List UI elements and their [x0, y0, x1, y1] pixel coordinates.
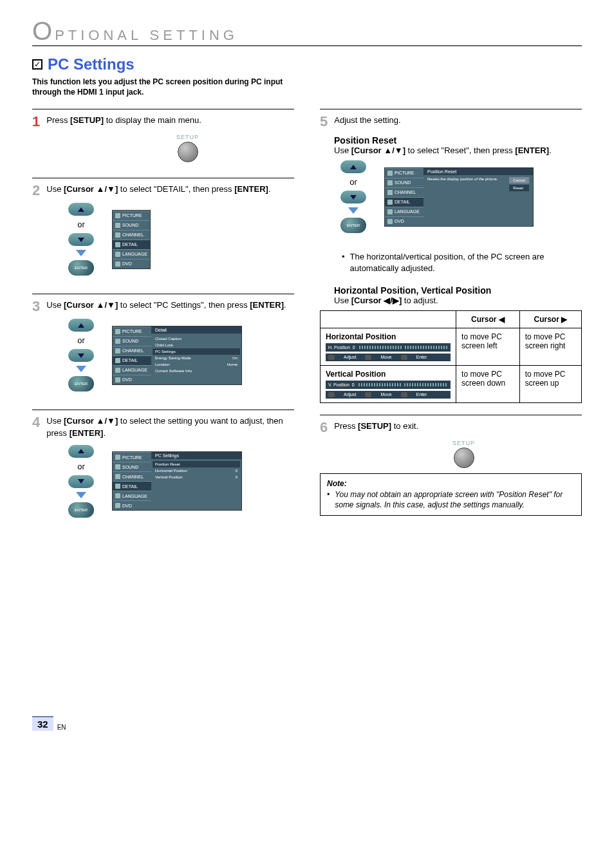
menu-item: PICTURE: [113, 326, 151, 336]
or-text: or: [77, 462, 85, 471]
menu-item-language: LANGUAGE: [113, 249, 150, 259]
panel-row: LocationHome: [155, 361, 237, 368]
hpos-val: 0: [353, 345, 355, 350]
step-3-key: [Cursor ▲/▼]: [64, 300, 118, 310]
step-4-key: [Cursor ▲/▼]: [64, 416, 118, 426]
menu-item: DVD: [113, 500, 151, 510]
step-2-pre: Use: [46, 184, 64, 194]
helper-adjust-icon: [328, 392, 335, 397]
cancel-button: Cancel: [509, 177, 529, 184]
menu-item-dvd: DVD: [113, 259, 150, 269]
enter-label: ENTER: [347, 223, 360, 227]
enter-label: ENTER: [75, 508, 88, 512]
step-3-key2: [ENTER]: [250, 300, 284, 310]
menu-item: SOUND: [113, 336, 151, 346]
setup-round-button-icon: [454, 448, 474, 468]
panel-row: Horizontal Position0: [155, 467, 237, 474]
or-text: or: [77, 335, 85, 345]
hvpos-heading: Horizontal Position, Vertical Position: [334, 285, 582, 296]
step-6-key: [SETUP]: [358, 421, 391, 431]
step-4-post: .: [103, 428, 106, 438]
note-box: Note: •You may not obtain an appropriate…: [320, 473, 582, 516]
panel-row-selected: PC Settings: [153, 348, 240, 355]
osd-main-menu: PICTURE SOUND CHANNEL DETAIL LANGUAGE DV…: [112, 210, 151, 269]
panel-row: Closed Caption: [155, 335, 237, 342]
reset-msg: Resets the display position of the pictu…: [427, 177, 505, 181]
cursor-up-icon: [68, 203, 94, 216]
vpos-title: Vertical Position: [326, 370, 386, 379]
panel-row-selected: Position Reset: [153, 461, 240, 467]
menu-item-sound: SOUND: [113, 220, 150, 230]
panel-title: Position Reset: [423, 168, 533, 175]
page-number: 32: [32, 716, 53, 731]
menu-item: DVD: [113, 375, 151, 384]
page-footer: 32 EN: [32, 716, 582, 731]
enter-label: ENTER: [75, 382, 88, 386]
panel-row: Current Software Info: [155, 368, 237, 374]
down-arrow-icon: [348, 207, 358, 214]
step-6-post: to exit.: [391, 421, 418, 431]
step-1-text-pre: Press: [46, 115, 70, 125]
th-cursor-right: Cursor ▶: [519, 310, 581, 328]
panel-title: PC Settings: [151, 452, 241, 459]
step-number: 6: [320, 420, 328, 435]
step-4-key2: [ENTER]: [70, 428, 104, 438]
menu-item: LANGUAGE: [113, 365, 151, 375]
th-cursor-left: Cursor ◀: [456, 310, 520, 328]
helper-move-icon: [365, 355, 371, 360]
note-title: Note:: [327, 479, 575, 488]
menu-item: DETAIL: [113, 355, 151, 365]
header-rest: PTIONAL SETTING: [55, 27, 238, 44]
hpos-title: Horizontal Position: [326, 332, 396, 341]
bullet-auto-adjust: •The horizontal/vertical position, of th…: [342, 251, 582, 274]
reset-button: Reset: [509, 185, 529, 191]
menu-item: SOUND: [113, 462, 151, 471]
navpad-figure-3: or ENTER PICTURE SOUND CHANNEL DETAIL LA…: [68, 319, 294, 392]
vpos-right: to move PC screen up: [519, 365, 581, 402]
setup-round-button-icon: [178, 142, 198, 162]
hv-post: to adjust.: [402, 296, 438, 305]
step-4: 4 Use [Cursor ▲/▼] to select the setting…: [32, 415, 294, 440]
cursor-up-icon: [68, 319, 94, 332]
section-subtitle: This function lets you adjust the PC scr…: [32, 77, 309, 97]
step-3: 3 Use [Cursor ▲/▼] to select "PC Setting…: [32, 299, 294, 314]
step-4-pre: Use: [46, 416, 64, 426]
panel-row: Energy Saving ModeOn: [155, 355, 237, 361]
column-right: 5 Adjust the setting. Position Reset Use…: [320, 109, 582, 536]
menu-item: CHANNEL: [113, 471, 151, 481]
helper-enter-icon: [401, 355, 407, 360]
step-6: 6 Press [SETUP] to exit.: [320, 420, 582, 435]
checkbox-icon: ✓: [32, 59, 42, 70]
menu-item-detail: DETAIL: [113, 240, 150, 249]
cursor-down-icon: [68, 475, 94, 488]
pr-key: [Cursor ▲/▼]: [351, 146, 405, 155]
step-1-text-post: to display the main menu.: [104, 115, 201, 125]
cursor-down-icon: [68, 349, 94, 362]
page-header: O PTIONAL SETTING: [32, 19, 582, 46]
menu-item: DVD: [385, 216, 423, 226]
navpad-figure-5: or ENTER PICTURE SOUND CHANNEL DETAIL LA…: [340, 160, 582, 233]
hpos-label: H. Position: [328, 345, 350, 350]
menu-item: PICTURE: [113, 452, 151, 462]
pr-mid: to select "Reset", then press: [405, 146, 515, 155]
menu-item: SOUND: [385, 178, 423, 187]
cursor-down-icon: [68, 233, 94, 246]
step-5-text: Adjust the setting.: [334, 115, 400, 127]
section-title: ✓ PC Settings: [32, 55, 582, 73]
enter-button-icon: ENTER: [340, 218, 366, 233]
enter-button-icon: ENTER: [68, 376, 94, 392]
step-number: 2: [32, 184, 40, 198]
step-number: 1: [32, 115, 40, 129]
menu-item-channel: CHANNEL: [113, 230, 150, 240]
cursor-up-icon: [68, 445, 94, 458]
step-5: 5 Adjust the setting.: [320, 115, 582, 129]
helper-enter-icon: [401, 392, 407, 397]
hpos-left: to move PC screen left: [456, 328, 520, 365]
osd-position-reset: PICTURE SOUND CHANNEL DETAIL LANGUAGE DV…: [384, 167, 534, 227]
position-reset-heading: Position Reset: [334, 135, 582, 146]
navpad-figure-4: or ENTER PICTURE SOUND CHANNEL DETAIL LA…: [68, 445, 294, 518]
hv-key: [Cursor ◀/▶]: [351, 296, 402, 305]
vpos-cell: Vertical Position V. Position 0 Adjust M…: [321, 365, 456, 402]
hv-pre: Use: [334, 296, 351, 305]
cursor-down-icon: [340, 191, 366, 203]
